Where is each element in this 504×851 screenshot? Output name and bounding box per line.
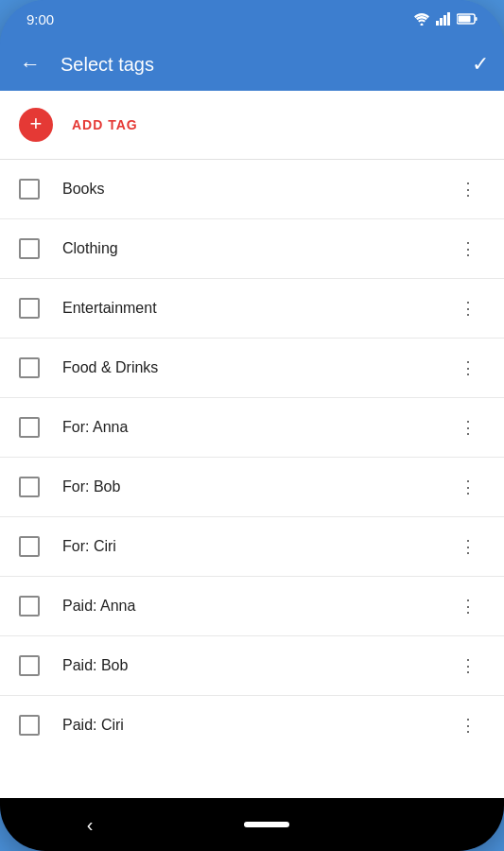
- tag-name: Paid: Bob: [62, 657, 452, 674]
- confirm-button[interactable]: ✓: [472, 52, 489, 77]
- svg-rect-7: [476, 17, 478, 21]
- tag-name: Food & Drinks: [62, 359, 452, 376]
- phone-frame: 9:00 ← Sel: [0, 0, 504, 851]
- tag-row[interactable]: For: Anna⋮: [0, 398, 504, 458]
- tag-more-button[interactable]: ⋮: [452, 592, 485, 620]
- tag-more-button[interactable]: ⋮: [452, 175, 485, 203]
- tag-row[interactable]: Clothing⋮: [0, 219, 504, 279]
- tag-row[interactable]: Paid: Bob⋮: [0, 636, 504, 696]
- tag-name: Paid: Anna: [62, 598, 452, 615]
- bottom-nav: ‹: [0, 798, 504, 851]
- tag-checkbox[interactable]: [19, 357, 40, 378]
- svg-rect-3: [443, 15, 446, 26]
- add-tag-row[interactable]: + ADD TAG: [0, 91, 504, 160]
- status-bar: 9:00: [0, 0, 504, 38]
- tag-name: Entertainment: [62, 300, 452, 317]
- svg-rect-6: [459, 16, 471, 23]
- tag-checkbox[interactable]: [19, 477, 40, 497]
- tag-row[interactable]: Entertainment⋮: [0, 279, 504, 339]
- svg-rect-4: [447, 12, 450, 26]
- tag-more-button[interactable]: ⋮: [452, 413, 485, 442]
- svg-point-0: [421, 24, 424, 26]
- tag-name: Books: [62, 181, 452, 198]
- tag-name: For: Anna: [62, 419, 452, 436]
- tag-checkbox[interactable]: [19, 417, 40, 438]
- page-title: Select tags: [61, 54, 472, 76]
- tag-checkbox[interactable]: [19, 536, 40, 557]
- back-button[interactable]: ←: [15, 52, 45, 77]
- signal-icon: [436, 12, 451, 26]
- add-tag-icon-circle: +: [19, 108, 53, 142]
- tag-name: Paid: Ciri: [62, 717, 452, 734]
- tag-row[interactable]: Books⋮: [0, 160, 504, 219]
- svg-rect-1: [436, 21, 439, 26]
- tag-more-button[interactable]: ⋮: [452, 711, 485, 739]
- tag-row[interactable]: For: Ciri⋮: [0, 517, 504, 577]
- tag-checkbox[interactable]: [19, 238, 40, 259]
- tag-checkbox[interactable]: [19, 715, 40, 736]
- tag-name: Clothing: [62, 240, 452, 257]
- plus-icon: +: [30, 113, 43, 134]
- wifi-icon: [413, 12, 430, 26]
- tags-container: Books⋮Clothing⋮Entertainment⋮Food & Drin…: [0, 160, 504, 755]
- app-bar: ← Select tags ✓: [0, 38, 504, 91]
- tag-checkbox[interactable]: [19, 298, 40, 319]
- tag-row[interactable]: For: Bob⋮: [0, 458, 504, 517]
- battery-icon: [457, 13, 478, 25]
- tag-more-button[interactable]: ⋮: [452, 651, 485, 680]
- nav-home-button[interactable]: [244, 822, 289, 827]
- svg-rect-2: [440, 18, 443, 26]
- content-area: + ADD TAG Books⋮Clothing⋮Entertainment⋮F…: [0, 91, 504, 798]
- add-tag-label: ADD TAG: [72, 117, 138, 132]
- tag-row[interactable]: Food & Drinks⋮: [0, 339, 504, 398]
- status-icons: [413, 12, 478, 26]
- tag-more-button[interactable]: ⋮: [452, 354, 485, 382]
- status-time: 9:00: [26, 11, 54, 27]
- tag-more-button[interactable]: ⋮: [452, 294, 485, 322]
- tag-more-button[interactable]: ⋮: [452, 234, 485, 263]
- nav-back-button[interactable]: ‹: [64, 807, 116, 843]
- tag-name: For: Ciri: [62, 538, 452, 555]
- tag-checkbox[interactable]: [19, 655, 40, 676]
- tag-checkbox[interactable]: [19, 596, 40, 617]
- tag-row[interactable]: Paid: Ciri⋮: [0, 696, 504, 755]
- tag-more-button[interactable]: ⋮: [452, 473, 485, 501]
- tag-checkbox[interactable]: [19, 179, 40, 200]
- tag-name: For: Bob: [62, 478, 452, 495]
- tags-list: + ADD TAG Books⋮Clothing⋮Entertainment⋮F…: [0, 91, 504, 798]
- tag-more-button[interactable]: ⋮: [452, 532, 485, 561]
- tag-row[interactable]: Paid: Anna⋮: [0, 577, 504, 636]
